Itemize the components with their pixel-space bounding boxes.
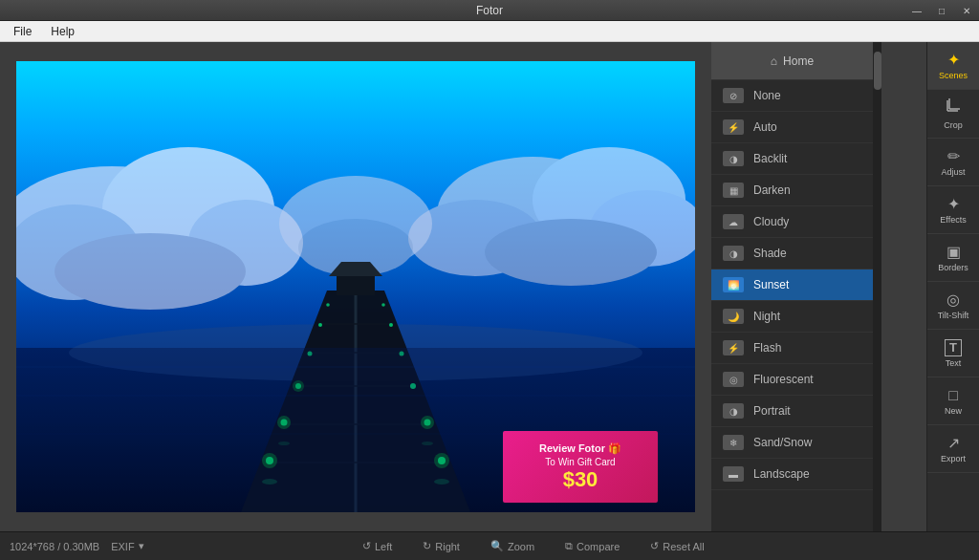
rotate-left-button[interactable]: ↺ Left	[357, 538, 398, 554]
home-icon: ⌂	[771, 54, 777, 68]
scene-fluorescent-icon: ◎	[723, 372, 744, 387]
new-label: New	[945, 406, 962, 416]
left-label: Left	[375, 541, 392, 552]
scene-shade-label: Shade	[753, 247, 787, 260]
scene-flash-icon: ⚡	[723, 340, 744, 355]
scene-cloudy-label: Cloudy	[753, 215, 789, 228]
rotate-right-button[interactable]: ↻ Right	[417, 538, 466, 554]
scene-sand-snow-label: Sand/Snow	[753, 436, 812, 449]
status-bar: 1024*768 / 0.30MB EXIF ▾ ↺ Left ↻ Right …	[0, 531, 979, 560]
close-button[interactable]: ✕	[954, 0, 979, 21]
tool-borders[interactable]: ▣ Borders	[927, 234, 979, 282]
new-icon: □	[948, 387, 958, 404]
file-info: 1024*768 / 0.30MB	[10, 541, 99, 552]
borders-label: Borders	[938, 263, 968, 272]
scenes-panel: ⌂ Home ⊘ None ⚡ Auto ◑ Backlit ▦ Darken	[711, 42, 874, 531]
scene-darken-icon: ▦	[723, 183, 744, 198]
text-label: Text	[946, 358, 962, 368]
home-button-wrapper: ⌂ Home	[711, 42, 873, 80]
status-center: ↺ Left ↻ Right 🔍 Zoom ⧉ Compare ↺ Reset …	[357, 538, 710, 554]
export-label: Export	[941, 454, 966, 463]
tool-scenes[interactable]: ✦ Scenes	[927, 42, 979, 90]
scene-portrait-label: Portrait	[753, 404, 791, 418]
menu-file[interactable]: File	[4, 21, 41, 42]
scene-flash-label: Flash	[753, 341, 781, 355]
scene-night-label: Night	[753, 310, 780, 323]
scene-shade-icon: ◑	[723, 246, 744, 261]
scene-landscape-icon: ▬	[723, 466, 744, 482]
crop-icon	[945, 97, 962, 118]
home-label: Home	[783, 54, 814, 68]
zoom-button[interactable]: 🔍 Zoom	[485, 538, 540, 554]
scrollbar-thumb[interactable]	[874, 52, 881, 90]
scene-fluorescent-label: Fluorescent	[753, 373, 814, 386]
scenes-label: Scenes	[939, 71, 968, 80]
minimize-button[interactable]: —	[904, 0, 929, 21]
scene-auto-label: Auto	[753, 120, 777, 134]
tool-tilt-shift[interactable]: ◎ Tilt-Shift	[927, 282, 979, 330]
scene-darken[interactable]: ▦ Darken	[711, 175, 873, 206]
scene-landscape[interactable]: ▬ Landscape	[711, 459, 873, 490]
scene-flash[interactable]: ⚡ Flash	[711, 333, 873, 364]
scene-sunset[interactable]: 🌅 Sunset	[711, 269, 873, 301]
title-bar: Fotor — □ ✕	[0, 0, 979, 21]
borders-icon: ▣	[946, 243, 961, 261]
effects-label: Effects	[940, 215, 966, 225]
scene-night[interactable]: 🌙 Night	[711, 301, 873, 333]
effects-icon: ✦	[947, 195, 960, 213]
text-icon: T	[945, 339, 962, 356]
main-area: Review Fotor 🎁 To Win Gift Card $30 ⌂ Ho…	[0, 42, 979, 531]
ad-title: Review Fotor 🎁	[539, 442, 621, 455]
tool-export[interactable]: ↗ Export	[927, 425, 979, 473]
exif-button[interactable]: EXIF ▾	[105, 538, 149, 554]
scene-cloudy-icon: ☁	[723, 214, 744, 229]
scene-backlit-label: Backlit	[753, 152, 787, 165]
zoom-label: Zoom	[508, 541, 534, 552]
tool-crop[interactable]: Crop	[927, 90, 979, 139]
scene-night-icon: 🌙	[723, 309, 744, 324]
ad-banner[interactable]: Review Fotor 🎁 To Win Gift Card $30	[503, 431, 658, 503]
tool-text[interactable]: T Text	[927, 330, 979, 377]
scene-sunset-icon: 🌅	[723, 277, 744, 292]
adjust-label: Adjust	[941, 167, 965, 177]
home-button[interactable]: ⌂ Home	[711, 42, 873, 80]
compare-button[interactable]: ⧉ Compare	[559, 538, 625, 554]
tool-adjust[interactable]: ✏ Adjust	[927, 139, 979, 186]
rotate-left-icon: ↺	[362, 540, 371, 552]
ad-subtitle: To Win Gift Card	[545, 457, 615, 467]
scenes-scroll-wrapper: ⌂ Home ⊘ None ⚡ Auto ◑ Backlit ▦ Darken	[711, 42, 926, 531]
scene-auto[interactable]: ⚡ Auto	[711, 112, 873, 143]
reset-label: Reset All	[663, 541, 704, 552]
ad-amount: $30	[563, 467, 598, 492]
crop-label: Crop	[944, 120, 963, 130]
scene-darken-label: Darken	[753, 183, 791, 197]
scene-auto-icon: ⚡	[723, 119, 744, 135]
scrollbar-track[interactable]	[874, 42, 881, 531]
scene-sand-snow-icon: ❄	[723, 435, 744, 450]
scene-sand-snow[interactable]: ❄ Sand/Snow	[711, 427, 873, 459]
exif-label: EXIF	[111, 541, 134, 552]
scene-landscape-label: Landscape	[753, 467, 810, 481]
status-left: 1024*768 / 0.30MB EXIF ▾	[10, 538, 150, 554]
right-tools-panel: ✦ Scenes Crop ✏ Adjust ✦ Effects ▣ B	[926, 42, 979, 531]
export-icon: ↗	[947, 434, 960, 452]
scene-portrait[interactable]: ◑ Portrait	[711, 396, 873, 427]
compare-label: Compare	[577, 541, 620, 552]
scene-cloudy[interactable]: ☁ Cloudy	[711, 206, 873, 238]
scene-none-label: None	[753, 89, 781, 102]
scene-backlit[interactable]: ◑ Backlit	[711, 143, 873, 175]
scene-none[interactable]: ⊘ None	[711, 80, 873, 112]
scene-fluorescent[interactable]: ◎ Fluorescent	[711, 364, 873, 396]
menu-help[interactable]: Help	[41, 21, 84, 42]
scene-none-icon: ⊘	[723, 88, 744, 103]
scene-shade[interactable]: ◑ Shade	[711, 238, 873, 269]
compare-icon: ⧉	[565, 540, 573, 552]
tool-new[interactable]: □ New	[927, 377, 979, 425]
maximize-button[interactable]: □	[929, 0, 954, 21]
right-label: Right	[435, 541, 460, 552]
tool-effects[interactable]: ✦ Effects	[927, 186, 979, 234]
reset-button[interactable]: ↺ Reset All	[644, 538, 709, 554]
scene-backlit-icon: ◑	[723, 151, 744, 166]
scenes-icon: ✦	[947, 51, 960, 69]
app-title: Fotor	[476, 4, 503, 17]
